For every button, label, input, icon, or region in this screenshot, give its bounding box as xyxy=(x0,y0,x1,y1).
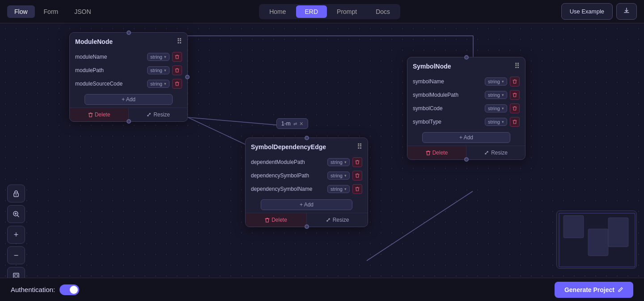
symbol-dep-delete-button[interactable]: Delete xyxy=(246,213,306,227)
symbol-delete-button[interactable]: Delete xyxy=(407,146,466,159)
connector-dot-top[interactable] xyxy=(127,30,131,35)
table-row: symbolName string ▾ xyxy=(411,75,521,88)
table-row: dependencySymbolName string ▾ xyxy=(249,182,364,196)
field-type-moduleName[interactable]: string ▾ xyxy=(147,53,169,61)
zoom-in-button[interactable]: + xyxy=(7,226,25,244)
field-name-dependencySymbolPath: dependencySymbolPath xyxy=(251,172,325,179)
delete-field-moduleName[interactable] xyxy=(172,52,182,62)
field-type-modulePath[interactable]: string ▾ xyxy=(147,66,169,74)
trash-icon xyxy=(513,92,517,98)
delete-field-dependencySymbolName[interactable] xyxy=(352,184,362,194)
field-type-dependencySymbolPath[interactable]: string ▾ xyxy=(327,172,350,180)
field-type-symbolModulePath[interactable]: string ▾ xyxy=(485,91,507,99)
delete-field-dependentModulePath[interactable] xyxy=(352,157,362,167)
auth-label-text: Authentication: xyxy=(11,286,55,293)
top-bar: Flow Form JSON Home ERD Prompt Docs Use … xyxy=(0,0,644,23)
symbol-dep-resize-button[interactable]: Resize xyxy=(306,213,368,227)
field-type-symbolName[interactable]: string ▾ xyxy=(485,77,507,86)
module-add-button[interactable]: + Add xyxy=(85,94,173,105)
connector-dot-right[interactable] xyxy=(185,75,190,79)
module-node: ModuleNode ⠿ moduleName string ▾ moduleP… xyxy=(69,32,188,122)
delete-field-symbolType[interactable] xyxy=(510,117,520,127)
module-resize-button[interactable]: Resize xyxy=(128,108,187,121)
module-node-fields: moduleName string ▾ modulePath string ▾ xyxy=(70,49,187,91)
delete-field-symbolModulePath[interactable] xyxy=(510,90,520,100)
tab-prompt[interactable]: Prompt xyxy=(328,5,366,18)
symbol-dep-node-drag-handle[interactable]: ⠿ xyxy=(357,142,362,151)
symbol-dep-add-button[interactable]: + Add xyxy=(261,199,353,210)
tab-docs[interactable]: Docs xyxy=(367,5,399,18)
symbol-dep-add-container: + Add xyxy=(246,197,368,213)
trash-icon xyxy=(355,173,360,178)
connection-label-close[interactable]: × xyxy=(300,120,303,127)
module-delete-label: Delete xyxy=(95,112,110,118)
chevron-down-icon: ▾ xyxy=(164,82,166,86)
delete-field-modulePath[interactable] xyxy=(172,65,182,75)
chevron-down-icon: ▾ xyxy=(502,79,504,84)
delete-field-moduleSourceCode[interactable] xyxy=(172,79,182,89)
connector-dot-bottom[interactable] xyxy=(305,224,309,229)
trash-icon xyxy=(513,119,517,125)
connection-label: 1-m ⇌ × xyxy=(276,118,308,129)
field-name-symbolType: symbolType xyxy=(413,119,482,125)
minimap[interactable] xyxy=(556,211,637,269)
field-type-dependencySymbolName[interactable]: string ▾ xyxy=(327,185,350,193)
table-row: moduleSourceCode string ▾ xyxy=(73,77,184,90)
delete-field-symbolName[interactable] xyxy=(510,77,520,86)
module-node-title: ModuleNode xyxy=(75,38,113,45)
field-type-label: string xyxy=(330,159,343,165)
field-type-label: string xyxy=(330,186,343,192)
resize-icon xyxy=(326,217,331,223)
delete-field-dependencySymbolPath[interactable] xyxy=(352,171,362,181)
field-name-symbolCode: symbolCode xyxy=(413,105,482,112)
delete-field-symbolCode[interactable] xyxy=(510,103,520,113)
use-example-button[interactable]: Use Example xyxy=(561,3,613,20)
connector-dot-top[interactable] xyxy=(464,55,469,60)
auth-toggle[interactable] xyxy=(59,284,79,295)
symbol-delete-label: Delete xyxy=(432,150,448,156)
lock-icon xyxy=(13,189,20,198)
tab-json[interactable]: JSON xyxy=(67,5,98,18)
generate-project-button[interactable]: Generate Project xyxy=(555,282,633,298)
tab-erd[interactable]: ERD xyxy=(296,5,327,18)
chevron-down-icon: ▾ xyxy=(344,160,347,164)
module-add-container: + Add xyxy=(70,91,187,108)
symbol-add-button[interactable]: + Add xyxy=(422,132,511,143)
symbol-node-drag-handle[interactable]: ⠿ xyxy=(514,62,520,70)
tab-form[interactable]: Form xyxy=(37,5,66,18)
chevron-down-icon: ▾ xyxy=(502,93,504,97)
trash-icon xyxy=(175,54,179,60)
field-type-dependentModulePath[interactable]: string ▾ xyxy=(327,158,350,166)
table-row: dependentModulePath string ▾ xyxy=(249,155,364,169)
field-type-symbolCode[interactable]: string ▾ xyxy=(485,104,507,112)
tab-flow[interactable]: Flow xyxy=(7,5,35,18)
field-type-moduleSourceCode[interactable]: string ▾ xyxy=(147,80,169,88)
svg-rect-13 xyxy=(608,218,628,247)
chevron-down-icon: ▾ xyxy=(344,173,347,178)
module-delete-button[interactable]: Delete xyxy=(70,108,128,121)
auth-section: Authentication: xyxy=(11,284,79,295)
module-node-drag-handle[interactable]: ⠿ xyxy=(177,37,182,46)
table-row: symbolCode string ▾ xyxy=(411,102,521,115)
field-name-moduleSourceCode: moduleSourceCode xyxy=(75,81,144,87)
field-type-label: string xyxy=(150,81,162,86)
connector-dot-bottom[interactable] xyxy=(127,119,131,124)
lock-button[interactable] xyxy=(7,185,25,202)
field-type-label: string xyxy=(488,92,500,98)
download-button[interactable] xyxy=(616,3,637,20)
canvas[interactable]: 1-m ⇌ × ModuleNode ⠿ moduleName string ▾ xyxy=(0,23,644,296)
left-toolbar: + − xyxy=(7,185,25,285)
connection-label-value: 1-m xyxy=(281,120,291,127)
zoom-out-button[interactable]: − xyxy=(7,246,25,264)
resize-icon xyxy=(484,150,489,155)
field-name-symbolModulePath: symbolModulePath xyxy=(413,92,482,98)
symbol-dep-resize-label: Resize xyxy=(333,217,349,223)
tab-home[interactable]: Home xyxy=(260,5,295,18)
trash-icon xyxy=(265,217,270,223)
zoom-in-small-button[interactable] xyxy=(7,205,25,223)
connector-dot-top[interactable] xyxy=(305,136,309,140)
connector-dot-bottom[interactable] xyxy=(464,157,469,162)
symbol-dep-delete-label: Delete xyxy=(271,217,287,223)
symbol-resize-button[interactable]: Resize xyxy=(466,146,525,159)
field-type-symbolType[interactable]: string ▾ xyxy=(485,118,507,126)
